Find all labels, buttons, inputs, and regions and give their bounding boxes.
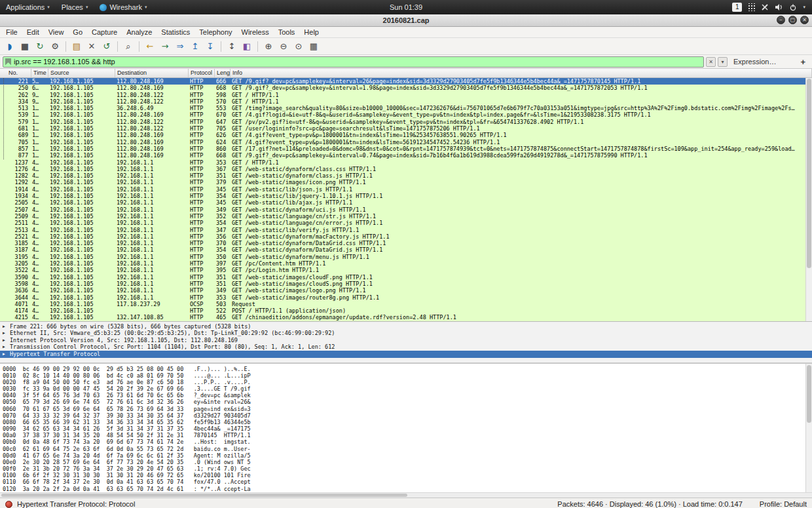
clock[interactable]: Sun 01:39 <box>390 3 422 11</box>
expander-icon[interactable]: ▶ <box>3 351 8 358</box>
packet-row[interactable]: 25074…192.168.1.105192.168.1.1HTTP349GET… <box>0 206 812 213</box>
menu-analyze[interactable]: Analyze <box>122 28 157 37</box>
packet-row[interactable]: 2506…192.168.1.105112.80.248.169HTTP668G… <box>0 85 812 91</box>
packet-list-scrollbar[interactable] <box>805 78 812 321</box>
packet-row[interactable]: 31874…192.168.1.105192.168.1.1HTTP354GET… <box>0 246 812 253</box>
start-capture-icon[interactable]: ◗ <box>3 39 17 54</box>
menu-view[interactable]: View <box>44 28 69 37</box>
desktop-menu-applications[interactable]: Applications▾ <box>0 0 56 14</box>
stop-capture-icon[interactable]: ■ <box>18 39 32 54</box>
restart-capture-icon[interactable]: ↻ <box>33 39 47 54</box>
minimize-button[interactable]: − <box>777 16 785 24</box>
detail-line[interactable]: ▶Ethernet II, Src: Vmware_d5:b3:25 (00:0… <box>0 330 812 337</box>
packet-row[interactable]: 8571…192.168.1.105112.80.248.169HTTP860G… <box>0 146 812 152</box>
packet-row[interactable]: 6811…192.168.1.105112.80.248.122HTTP705G… <box>0 125 812 132</box>
menu-telephony[interactable]: Telephony <box>194 28 236 37</box>
column-header-destination[interactable]: Destination <box>115 69 189 77</box>
window-indicator[interactable]: 1 <box>732 3 743 12</box>
packet-row[interactable]: 12924…192.168.1.105192.168.1.1HTTP379GET… <box>0 179 812 186</box>
packet-row[interactable]: 35904…192.168.1.105192.168.1.1HTTP351GET… <box>0 274 812 281</box>
reload-file-icon[interactable]: ↺ <box>100 39 114 54</box>
packet-row[interactable]: 19144…192.168.1.105192.168.1.1HTTP345GET… <box>0 186 812 193</box>
close-button[interactable]: ✕ <box>800 16 809 24</box>
column-header-protocol[interactable]: Protocol <box>189 69 215 77</box>
hex-row[interactable]: 0110 66 6f 78 2f 34 37 2e 30 0d 0a 41 63… <box>0 479 812 485</box>
close-file-icon[interactable]: ✕ <box>84 39 99 54</box>
go-last-icon[interactable]: ↧ <box>203 39 217 54</box>
go-to-packet-icon[interactable]: ⇒ <box>173 39 187 54</box>
packet-row[interactable]: 31854…192.168.1.105192.168.1.1HTTP370GET… <box>0 240 812 246</box>
detail-line[interactable]: ▶Internet Protocol Version 4, Src: 192.1… <box>0 337 812 344</box>
bookmark-icon[interactable] <box>5 58 11 66</box>
packet-row[interactable]: 5131…192.168.1.10536.248.6.49HTTP553GET … <box>0 105 812 111</box>
packet-row[interactable]: 42154…192.168.1.105132.147.108.85HTTP465… <box>0 314 812 321</box>
hex-row[interactable]: 00c0 62 61 69 64 75 2e 63 6f 6d 0d 0a 55… <box>0 446 812 452</box>
hex-row[interactable]: 0020 f8 a9 04 50 00 50 fc e3 ad 76 ae 0e… <box>0 379 812 385</box>
packet-row[interactable]: 25214…192.168.1.105192.168.1.1HTTP356GET… <box>0 233 812 240</box>
hex-row[interactable]: 00f0 2e 31 3b 20 72 76 3a 34 37 2e 30 29… <box>0 465 812 472</box>
tools-icon[interactable] <box>761 3 769 11</box>
packet-row[interactable]: 12374…192.168.1.105192.168.1.1HTTP353GET… <box>0 159 812 166</box>
resize-columns-icon[interactable]: ▦ <box>306 39 321 54</box>
packet-row[interactable]: 12764…192.168.1.105192.168.1.1HTTP367GET… <box>0 166 812 172</box>
zoom-in-icon[interactable]: ⊕ <box>261 39 276 54</box>
packet-row[interactable]: 2629…192.168.1.105112.80.248.122HTTP598G… <box>0 92 812 98</box>
autoscroll-icon[interactable]: ↕ <box>225 39 239 54</box>
expander-icon[interactable]: ▶ <box>3 323 8 330</box>
filter-add-button[interactable]: + <box>800 57 809 67</box>
hex-row[interactable]: 0060 70 61 67 65 3d 69 6e 64 65 78 26 73… <box>0 406 812 412</box>
capture-options-icon[interactable]: ⚙ <box>48 39 62 54</box>
menu-tools[interactable]: Tools <box>274 28 300 37</box>
filter-clear-icon[interactable]: ✕ <box>706 57 716 67</box>
scrollbar-thumb[interactable] <box>1 494 407 497</box>
packet-row[interactable]: 8771…192.168.1.105112.80.248.169HTTP668G… <box>0 152 812 159</box>
menu-go[interactable]: Go <box>68 28 87 37</box>
menu-statistics[interactable]: Statistics <box>157 28 194 37</box>
colorize-icon[interactable]: ◧ <box>240 39 254 54</box>
zoom-out-icon[interactable]: ⊖ <box>276 39 291 54</box>
menu-capture[interactable]: Capture <box>87 28 122 37</box>
status-profile[interactable]: Profile: Default <box>760 500 807 508</box>
chevron-down-icon[interactable]: ▾ <box>803 5 805 10</box>
desktop-menu-places[interactable]: Places▾ <box>56 0 94 14</box>
expander-icon[interactable]: ▶ <box>3 330 8 337</box>
packet-row[interactable]: 12824…192.168.1.105192.168.1.1HTTP351GET… <box>0 172 812 179</box>
scrollbar-thumb[interactable] <box>807 365 811 423</box>
hex-row[interactable]: 00b0 0d 0a 48 6f 73 74 3a 20 69 6d 67 73… <box>0 439 812 445</box>
go-back-icon[interactable]: ← <box>143 39 157 54</box>
packet-row[interactable]: 25134…192.168.1.105192.168.1.1HTTP347GET… <box>0 227 812 233</box>
column-header-source[interactable]: Source <box>48 69 115 77</box>
detail-line[interactable]: ▶Transmission Control Protocol, Src Port… <box>0 343 812 351</box>
volume-icon[interactable] <box>775 3 783 11</box>
column-header-time[interactable]: Time <box>31 69 48 77</box>
hex-row[interactable]: 0030 fc 33 9a 0d 00 00 47 45 54 20 2f 39… <box>0 385 812 392</box>
column-header-length[interactable]: Length <box>215 69 231 77</box>
detail-line[interactable]: ▶Frame 221: 666 bytes on wire (5328 bits… <box>0 323 812 330</box>
packet-row[interactable]: 3349…192.168.1.105112.80.248.122HTTP570G… <box>0 98 812 105</box>
hex-row[interactable]: 0080 66 65 35 66 39 62 31 33 34 36 33 34… <box>0 419 812 425</box>
menu-help[interactable]: Help <box>299 28 323 37</box>
bytes-scrollbar[interactable] <box>805 364 812 492</box>
packet-row[interactable]: 6891…192.168.1.105112.80.248.169HTTP626G… <box>0 132 812 138</box>
packet-row[interactable]: 41744…192.168.1.105HTTP522POST / HTTP/1.… <box>0 307 812 314</box>
hex-row[interactable]: 00d0 41 67 65 6e 74 3a 20 4d 6f 7a 69 6c… <box>0 452 812 459</box>
go-first-icon[interactable]: ↥ <box>188 39 202 54</box>
app-grid-icon[interactable] <box>748 3 755 11</box>
hex-row[interactable]: 0120 3a 20 2a 2f 2a 0d 0a 41 63 63 65 70… <box>0 486 812 492</box>
expander-icon[interactable]: ▶ <box>3 337 8 344</box>
hex-row[interactable]: 0040 3f 5f 64 65 76 3d 70 63 26 73 61 6d… <box>0 392 812 399</box>
packet-row[interactable]: 35224…192.168.1.105192.168.1.1HTTP395GET… <box>0 267 812 273</box>
hex-row[interactable]: 0010 02 8c 10 14 40 00 80 06 bd 4c c0 a8… <box>0 372 812 379</box>
window-titlebar[interactable]: 20160821.cap − ▢ ✕ <box>0 14 812 27</box>
bytes-hscrollbar[interactable] <box>0 492 812 498</box>
hex-row[interactable]: 0070 64 33 33 32 39 64 32 37 39 30 33 34… <box>0 412 812 419</box>
menu-file[interactable]: File <box>1 28 22 37</box>
packet-row[interactable]: 25094…192.168.1.105192.168.1.1HTTP352GET… <box>0 213 812 220</box>
packet-row[interactable]: 40714…192.168.1.105117.18.237.29OCSP503R… <box>0 301 812 307</box>
packet-row[interactable]: 19344…192.168.1.105192.168.1.1HTTP354GET… <box>0 193 812 199</box>
menu-wireless[interactable]: Wireless <box>237 28 274 37</box>
hex-row[interactable]: 0090 34 62 65 63 34 34 61 26 5f 3d 31 34… <box>0 425 812 432</box>
packet-row[interactable]: 5791…192.168.1.105112.80.248.122HTTP647G… <box>0 119 812 125</box>
packet-row[interactable]: 31954…192.168.1.105192.168.1.1HTTP350GET… <box>0 254 812 260</box>
expander-icon[interactable]: ▶ <box>3 343 8 351</box>
